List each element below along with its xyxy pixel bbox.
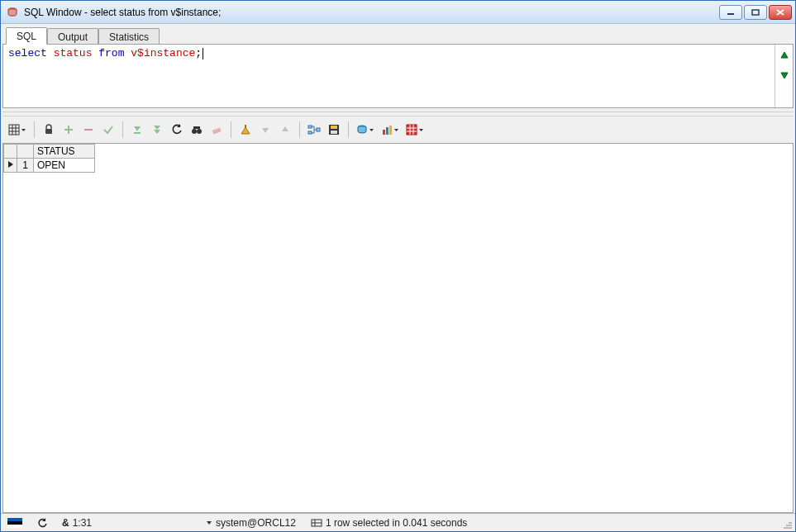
svg-rect-3: [9, 125, 19, 135]
window-controls: [719, 5, 792, 20]
report-icon: [406, 124, 417, 135]
minimize-button[interactable]: [719, 5, 742, 20]
grid-corner[interactable]: [4, 145, 17, 159]
cell-status[interactable]: OPEN: [34, 159, 95, 173]
prev-sql-icon[interactable]: [779, 50, 790, 61]
svg-rect-2: [752, 10, 759, 15]
svg-rect-8: [193, 126, 200, 129]
horizontal-splitter[interactable]: [2, 112, 794, 116]
results-panel[interactable]: STATUS 1 OPEN: [2, 143, 794, 513]
dropdown-icon: [393, 124, 399, 135]
editor-nav: [775, 45, 793, 107]
titlebar[interactable]: SQL Window - select status from v$instan…: [1, 1, 795, 24]
svg-rect-12: [308, 131, 312, 134]
svg-rect-21: [407, 125, 417, 135]
next-sql-icon[interactable]: [779, 69, 790, 81]
toolbar-separator: [299, 121, 300, 138]
check-icon: [102, 124, 114, 135]
svg-rect-5: [134, 132, 141, 134]
sql-token: v$instance: [131, 47, 195, 59]
grid-icon: [8, 124, 20, 135]
sql-token: status: [54, 47, 93, 59]
add-row-button[interactable]: [60, 121, 78, 139]
reconnect-icon: [37, 518, 47, 528]
resize-grip[interactable]: [780, 517, 792, 529]
delete-row-button[interactable]: [79, 121, 98, 139]
sql-token: select: [8, 47, 47, 59]
toolbar-separator: [34, 121, 35, 138]
grid-options-button[interactable]: [6, 121, 29, 139]
find-button[interactable]: [188, 121, 206, 139]
triangle-down-icon: [260, 124, 271, 135]
nav-up-button[interactable]: [276, 121, 294, 139]
status-time: 1:31: [73, 517, 92, 529]
maximize-button[interactable]: [744, 5, 767, 20]
clear-button[interactable]: [207, 121, 226, 139]
results-grid[interactable]: STATUS 1 OPEN: [3, 144, 95, 173]
editor-tabs: SQL Output Statistics: [2, 26, 794, 44]
tab-statistics[interactable]: Statistics: [98, 28, 160, 45]
table-row[interactable]: 1 OPEN: [4, 159, 95, 173]
lock-button[interactable]: [40, 121, 58, 139]
status-message: 1 row selected in 0.041 seconds: [326, 517, 467, 529]
dropdown-icon: [369, 124, 374, 135]
single-record-button[interactable]: [236, 121, 255, 139]
refresh-button[interactable]: [168, 121, 186, 139]
status-connection[interactable]: system@ORCL12: [203, 514, 299, 531]
close-button[interactable]: [769, 5, 792, 20]
refresh-icon: [171, 124, 183, 135]
sql-editor-panel: select status from v$instance;: [2, 44, 794, 108]
fetch-all-button[interactable]: [148, 121, 166, 139]
svg-rect-20: [389, 126, 392, 135]
toolbar-separator: [122, 121, 123, 138]
sql-window: SQL Window - select status from v$instan…: [0, 0, 796, 532]
status-reconnect[interactable]: [34, 514, 50, 531]
floppy-icon: [328, 124, 340, 135]
chart-icon: [381, 124, 393, 135]
sql-token: from: [98, 47, 124, 59]
svg-rect-4: [45, 129, 52, 134]
svg-rect-9: [212, 127, 222, 134]
commit-button[interactable]: [99, 121, 117, 139]
column-header-status[interactable]: STATUS: [34, 145, 95, 159]
svg-rect-16: [331, 131, 337, 134]
link-icon: [307, 124, 321, 135]
binoculars-icon: [191, 124, 203, 135]
toolbar-separator: [231, 121, 231, 138]
status-flag: [4, 514, 26, 531]
svg-rect-1: [727, 13, 734, 15]
status-user: & 1:31: [59, 514, 95, 531]
row-number: 1: [17, 159, 34, 173]
linked-query-button[interactable]: [305, 121, 323, 139]
fetch-next-button[interactable]: [128, 121, 146, 139]
sql-editor[interactable]: select status from v$instance;: [3, 45, 775, 107]
tab-output[interactable]: Output: [47, 28, 98, 45]
triangle-up-icon: [279, 124, 291, 135]
window-title: SQL Window - select status from v$instan…: [24, 7, 719, 18]
svg-rect-10: [245, 125, 246, 128]
dropdown-icon: [418, 124, 424, 135]
nav-down-button[interactable]: [256, 121, 274, 139]
report-button[interactable]: [403, 121, 427, 139]
sql-token: ;: [195, 47, 202, 59]
connection-label: system@ORCL12: [216, 517, 296, 529]
app-icon: [6, 6, 19, 19]
save-button[interactable]: [325, 121, 343, 139]
svg-rect-18: [383, 130, 385, 135]
svg-rect-11: [308, 126, 312, 128]
svg-rect-15: [331, 126, 337, 129]
status-message-cell: 1 row selected in 0.041 seconds: [307, 514, 470, 531]
svg-point-7: [197, 129, 202, 134]
dropdown-icon: [206, 519, 212, 527]
results-toolbar: [2, 118, 794, 141]
grid-header-row: STATUS: [4, 145, 95, 159]
tab-sql[interactable]: SQL: [6, 27, 47, 45]
grid-corner[interactable]: [17, 145, 34, 159]
row-pointer-icon: [7, 160, 14, 169]
chart-button[interactable]: [379, 121, 402, 139]
export-icon: [356, 124, 368, 135]
minus-icon: [83, 124, 94, 135]
export-button[interactable]: [354, 121, 377, 139]
svg-point-6: [192, 129, 197, 134]
toolbar-separator: [348, 121, 349, 138]
